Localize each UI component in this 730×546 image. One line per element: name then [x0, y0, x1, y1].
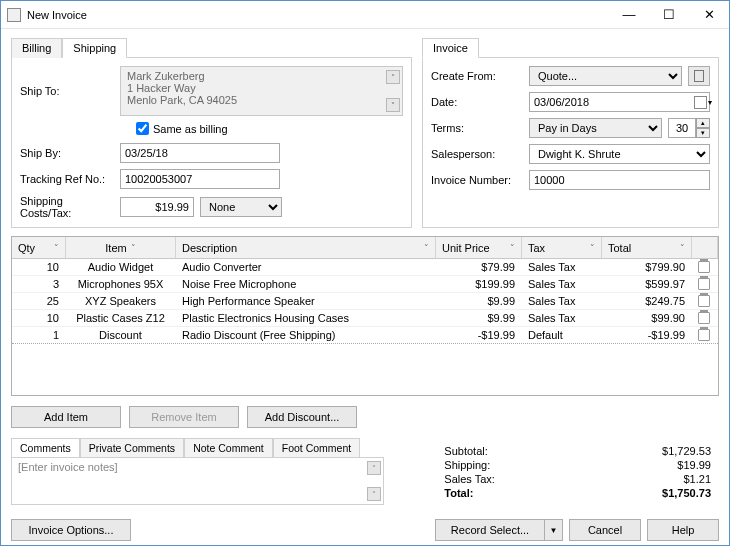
cell-unitprice: $9.99	[436, 293, 522, 309]
chevron-up-icon[interactable]: ˄	[386, 70, 400, 84]
cell-desc: Plastic Electronics Housing Cases	[176, 310, 436, 326]
table-row[interactable]: 3Microphones 95XNoise Free Microphone$19…	[12, 276, 718, 293]
date-input[interactable]	[529, 92, 710, 112]
terms-days-input[interactable]	[668, 118, 696, 138]
salesperson-label: Salesperson:	[431, 148, 523, 160]
remove-item-button[interactable]: Remove Item	[129, 406, 239, 428]
table-row[interactable]: 10Audio WidgetAudio Converter$79.99Sales…	[12, 259, 718, 276]
salestax-value: $1.21	[683, 473, 711, 485]
date-label: Date:	[431, 96, 523, 108]
cell-total: $799.90	[602, 259, 692, 275]
ship-by-input[interactable]	[120, 143, 280, 163]
add-discount-button[interactable]: Add Discount...	[247, 406, 357, 428]
trash-icon	[698, 295, 710, 307]
col-total[interactable]: Total˅	[602, 237, 692, 258]
spin-down-icon[interactable]: ▾	[696, 128, 710, 138]
maximize-button[interactable]: ☐	[649, 1, 689, 29]
line-items-grid[interactable]: Qty˅ Item˅ Description˅ Unit Price˅ Tax˅…	[11, 236, 719, 396]
tab-shipping[interactable]: Shipping	[62, 38, 127, 58]
col-tax[interactable]: Tax˅	[522, 237, 602, 258]
cell-delete[interactable]	[692, 327, 718, 343]
col-unitprice[interactable]: Unit Price˅	[436, 237, 522, 258]
tab-foot-comment[interactable]: Foot Comment	[273, 438, 360, 457]
cell-total: $249.75	[602, 293, 692, 309]
table-row[interactable]: 25XYZ SpeakersHigh Performance Speaker$9…	[12, 293, 718, 310]
total-label: Total:	[444, 487, 473, 499]
cell-unitprice: $9.99	[436, 310, 522, 326]
shipping-tab-body: Ship To: Mark Zukerberg 1 Hacker Way Men…	[11, 57, 412, 228]
create-from-action-button[interactable]	[688, 66, 710, 86]
col-qty[interactable]: Qty˅	[12, 237, 66, 258]
cell-delete[interactable]	[692, 276, 718, 292]
trackref-input[interactable]	[120, 169, 280, 189]
calendar-icon[interactable]	[694, 96, 707, 109]
cell-item: Discount	[66, 327, 176, 343]
cell-delete[interactable]	[692, 293, 718, 309]
tab-note-comment[interactable]: Note Comment	[184, 438, 273, 457]
cell-qty: 10	[12, 310, 66, 326]
ship-by-label: Ship By:	[20, 147, 114, 159]
invno-input[interactable]	[529, 170, 710, 190]
invno-label: Invoice Number:	[431, 174, 523, 186]
shipping-value: $19.99	[677, 459, 711, 471]
close-button[interactable]: ✕	[689, 1, 729, 29]
cell-delete[interactable]	[692, 310, 718, 326]
invoice-tab-body: Create From: Quote... Date: ▾ Terms: Pay…	[422, 57, 719, 228]
chevron-down-icon[interactable]: ˅	[367, 487, 381, 501]
invoice-options-button[interactable]: Invoice Options...	[11, 519, 131, 541]
cell-item: Audio Widget	[66, 259, 176, 275]
comments-panel: Comments Private Comments Note Comment F…	[11, 438, 384, 505]
tab-invoice[interactable]: Invoice	[422, 38, 479, 58]
minimize-button[interactable]: —	[609, 1, 649, 29]
comments-input[interactable]: [Enter invoice notes] ˄ ˅	[11, 457, 384, 505]
titlebar: New Invoice — ☐ ✕	[1, 1, 729, 29]
address-line2: 1 Hacker Way	[127, 82, 396, 94]
cancel-button[interactable]: Cancel	[569, 519, 641, 541]
trash-icon	[698, 278, 710, 290]
trackref-label: Tracking Ref No.:	[20, 173, 114, 185]
terms-select[interactable]: Pay in Days	[529, 118, 662, 138]
cell-item: XYZ Speakers	[66, 293, 176, 309]
cell-tax: Default	[522, 327, 602, 343]
salesperson-select[interactable]: Dwight K. Shrute	[529, 144, 710, 164]
table-row[interactable]: 1DiscountRadio Discount (Free Shipping)-…	[12, 327, 718, 344]
address-line1: Mark Zukerberg	[127, 70, 396, 82]
chevron-down-icon: ˅	[424, 243, 429, 253]
document-icon	[694, 70, 704, 82]
cell-desc: Audio Converter	[176, 259, 436, 275]
tab-billing[interactable]: Billing	[11, 38, 62, 58]
cell-qty: 25	[12, 293, 66, 309]
create-from-label: Create From:	[431, 70, 523, 82]
tab-comments[interactable]: Comments	[11, 438, 80, 457]
same-as-billing-checkbox[interactable]	[136, 122, 149, 135]
help-button[interactable]: Help	[647, 519, 719, 541]
create-from-select[interactable]: Quote...	[529, 66, 682, 86]
invoice-panel: Invoice Create From: Quote... Date: ▾ Te…	[422, 37, 719, 228]
app-icon	[7, 8, 21, 22]
table-row[interactable]: 10Plastic Cases Z12Plastic Electronics H…	[12, 310, 718, 327]
chevron-down-icon: ˅	[510, 243, 515, 253]
chevron-down-icon: ˅	[54, 243, 59, 253]
tab-private-comments[interactable]: Private Comments	[80, 438, 184, 457]
col-desc[interactable]: Description˅	[176, 237, 436, 258]
chevron-down-icon[interactable]: ˅	[386, 98, 400, 112]
chevron-up-icon[interactable]: ˄	[367, 461, 381, 475]
cell-delete[interactable]	[692, 259, 718, 275]
terms-days-stepper[interactable]: ▴▾	[668, 118, 710, 138]
cell-item: Plastic Cases Z12	[66, 310, 176, 326]
add-item-button[interactable]: Add Item	[11, 406, 121, 428]
spin-up-icon[interactable]: ▴	[696, 118, 710, 128]
shipcost-label: Shipping Costs/Tax:	[20, 195, 114, 219]
shipcost-input[interactable]	[120, 197, 194, 217]
cell-desc: Noise Free Microphone	[176, 276, 436, 292]
shiptax-select[interactable]: None	[200, 197, 282, 217]
chevron-down-icon[interactable]: ▼	[545, 519, 563, 541]
record-select-button[interactable]: Record Select... ▼	[435, 519, 563, 541]
col-item[interactable]: Item˅	[66, 237, 176, 258]
same-as-billing-label: Same as billing	[153, 123, 228, 135]
cell-tax: Sales Tax	[522, 276, 602, 292]
cell-desc: Radio Discount (Free Shipping)	[176, 327, 436, 343]
col-delete	[692, 237, 718, 258]
shipping-label: Shipping:	[444, 459, 490, 471]
ship-to-address[interactable]: Mark Zukerberg 1 Hacker Way Menlo Park, …	[120, 66, 403, 116]
